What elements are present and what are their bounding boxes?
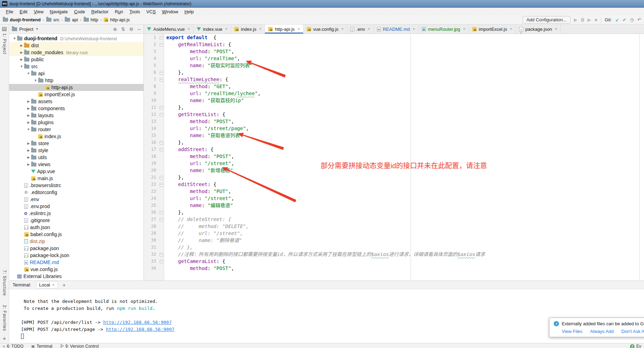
tree-toggle-icon[interactable]: ▶ — [26, 114, 31, 117]
tree-item[interactable]: .eslintrc.js — [9, 210, 144, 217]
tree-item[interactable]: ▶components — [9, 105, 144, 112]
code-line[interactable]: 22 editStreet: { — [144, 181, 644, 188]
code-line[interactable]: 25 name: "编辑巷道" — [144, 202, 644, 209]
breadcrumb-item[interactable]: http — [84, 17, 98, 22]
tree-item[interactable]: ▼duoji-frontendD:\zheheWeb\duoji-fronten… — [9, 35, 144, 42]
close-icon[interactable]: × — [368, 27, 370, 31]
tree-toggle-icon[interactable]: ▼ — [19, 65, 24, 68]
code-line[interactable]: 32 //注释：所有用到删除的接口都需要拼接变量id，所以请求方式采用了挂载在原… — [144, 251, 644, 258]
tree-item[interactable]: package-lock.json — [9, 252, 144, 259]
editor-tab-importexcel-js[interactable]: importExcel.js× — [469, 24, 516, 34]
statusbar-item-6-todo[interactable]: ≡6: TODO — [3, 344, 23, 348]
fold-marker-icon[interactable] — [159, 174, 164, 181]
locate-file-icon[interactable]: ⊕ — [113, 27, 117, 32]
menu-tools[interactable]: Tools — [126, 9, 143, 14]
terminal-link[interactable]: http://192.168.66.56:9007 — [106, 327, 175, 332]
editor-tab-vue-config-js[interactable]: vue.config.js× — [303, 24, 347, 34]
code-line[interactable]: 16 }, — [144, 139, 644, 146]
tree-toggle-icon[interactable]: ▼ — [33, 79, 38, 82]
run-coverage-icon[interactable]: ▶ — [588, 17, 591, 23]
close-icon[interactable]: × — [463, 27, 465, 31]
tree-toggle-icon[interactable]: ▶ — [19, 58, 24, 61]
editor-tab-index-js[interactable]: index.js× — [231, 24, 265, 34]
tree-item[interactable]: External Libraries — [9, 273, 144, 280]
new-terminal-icon[interactable]: + — [63, 282, 66, 288]
tree-item[interactable]: .env — [9, 196, 144, 203]
fold-marker-icon[interactable] — [159, 181, 164, 188]
code-line[interactable]: 12 getStreetList: { — [144, 111, 644, 118]
code-line[interactable]: 23 method: "PUT", — [144, 188, 644, 195]
code-line[interactable]: 9 url: "/realTime/lychee", — [144, 90, 644, 97]
notification-action-don-t-ask-again[interactable]: Don't Ask Again — [621, 329, 644, 334]
code-line[interactable]: 31 // }, — [144, 244, 644, 251]
close-icon[interactable]: × — [413, 27, 415, 31]
git-update-icon[interactable]: ↙ — [615, 17, 619, 23]
panel-settings-gear-icon[interactable]: ⚙ — [129, 27, 133, 32]
code-line[interactable]: 15 name: "获取巷道列表" — [144, 132, 644, 139]
git-rollback-icon[interactable]: ↶ — [637, 17, 641, 23]
code-line[interactable]: 28 // method: "DELETE", — [144, 223, 644, 230]
menu-run[interactable]: Run — [112, 9, 126, 14]
fold-marker-icon[interactable] — [159, 34, 164, 41]
close-icon[interactable]: × — [225, 27, 227, 31]
code-line[interactable]: 34 method: "POST", — [144, 265, 644, 272]
project-panel-title[interactable]: Project — [19, 27, 33, 32]
menu-refactor[interactable]: Refactor — [88, 9, 112, 14]
tree-item[interactable]: ▶views — [9, 161, 144, 168]
tree-item[interactable]: ▶assets — [9, 98, 144, 105]
tree-item[interactable]: ▼api — [9, 70, 144, 77]
tree-item[interactable]: .env.prod — [9, 203, 144, 210]
tree-toggle-icon[interactable]: ▶ — [26, 149, 31, 152]
code-line[interactable]: 6 }, — [144, 69, 644, 76]
tree-item[interactable]: main.js — [9, 175, 144, 182]
chevron-down-icon[interactable]: ▼ — [35, 27, 38, 31]
tree-toggle-icon[interactable]: ▶ — [19, 51, 24, 54]
tree-toggle-icon[interactable]: ▶ — [26, 121, 31, 124]
tree-toggle-icon[interactable]: ▶ — [26, 163, 31, 166]
tree-item[interactable]: ▶node_moduleslibrary root — [9, 49, 144, 56]
code-line[interactable]: 7 realTimeLychee: { — [144, 76, 644, 83]
tree-item[interactable]: package.json — [9, 245, 144, 252]
stripe-favorites-button[interactable]: 2: Favorites — [2, 305, 7, 331]
menu-view[interactable]: View — [30, 9, 47, 14]
fold-marker-icon[interactable] — [159, 69, 164, 76]
fold-marker-icon[interactable] — [159, 251, 164, 258]
tree-item[interactable]: .editorconfig — [9, 189, 144, 196]
tree-item[interactable]: ▼router — [9, 126, 144, 133]
editor-tab-http-api-js[interactable]: http-api.js× — [265, 24, 303, 34]
tree-item[interactable]: ▶public — [9, 56, 144, 63]
tree-toggle-icon[interactable]: ▶ — [26, 100, 31, 103]
menu-window[interactable]: Window — [159, 9, 181, 14]
tree-item[interactable]: dist.zip — [9, 238, 144, 245]
tree-toggle-icon[interactable]: ▼ — [12, 37, 17, 40]
code-line[interactable]: 18 method: "POST", — [144, 153, 644, 160]
code-line[interactable]: 14 url: "/street/page", — [144, 125, 644, 132]
fold-marker-icon[interactable] — [159, 104, 164, 111]
favorites-star-icon[interactable]: ★ — [2, 336, 6, 341]
code-line[interactable]: 33 getCameraList: { — [144, 258, 644, 265]
close-icon[interactable]: × — [555, 27, 557, 31]
tree-item[interactable]: auth.json — [9, 224, 144, 231]
tree-item[interactable]: App.vue — [9, 168, 144, 175]
fold-marker-icon[interactable] — [159, 76, 164, 83]
debug-icon[interactable] — [581, 18, 584, 22]
close-icon[interactable]: × — [510, 27, 512, 31]
fold-marker-icon[interactable] — [159, 111, 164, 118]
tree-toggle-icon[interactable]: ▶ — [26, 142, 31, 145]
tree-item[interactable]: ▶layouts — [9, 112, 144, 119]
menu-edit[interactable]: Edit — [16, 9, 30, 14]
close-icon[interactable]: × — [188, 27, 190, 31]
fold-marker-icon[interactable] — [159, 41, 164, 48]
menu-code[interactable]: Code — [71, 9, 88, 14]
tree-item[interactable]: ▼src — [9, 63, 144, 70]
stripe-structure-button[interactable]: 7: Structure — [2, 270, 7, 296]
tree-item[interactable]: .gitignore — [9, 217, 144, 224]
code-line[interactable]: 4 url: "/realTime", — [144, 55, 644, 62]
code-line[interactable]: 27 // deleteStreet: { — [144, 216, 644, 223]
code-line[interactable]: 26 }, — [144, 209, 644, 216]
git-commit-icon[interactable]: ✔ — [623, 17, 626, 23]
notification-action-always-add[interactable]: Always Add — [590, 329, 614, 334]
fold-marker-icon[interactable] — [159, 139, 164, 146]
code-line[interactable]: 21 }, — [144, 174, 644, 181]
close-icon[interactable]: × — [341, 27, 344, 31]
